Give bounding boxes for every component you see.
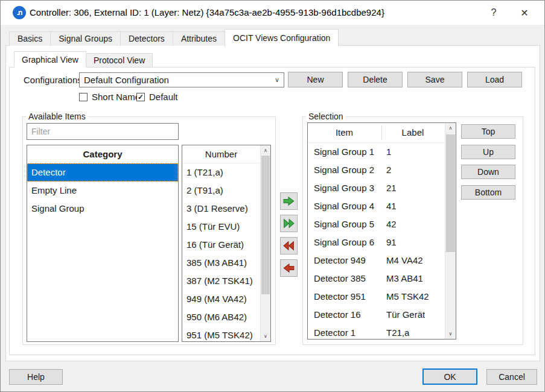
selection-item-cell: Detector 385 — [308, 270, 381, 288]
category-list-item[interactable]: Detector — [27, 163, 178, 182]
selection-scrollbar-thumb[interactable] — [446, 134, 455, 252]
help-button[interactable]: Help — [9, 369, 63, 385]
selection-item-cell: Detector 1 — [308, 324, 381, 340]
selection-table-row[interactable]: Signal Group 6 91 — [308, 233, 445, 251]
sort-ascending-icon: ∨ — [219, 145, 223, 145]
selection-item-cell: Signal Group 4 — [308, 197, 381, 215]
selection-table-row[interactable]: Detector 1 T21,a — [308, 324, 445, 340]
tab-detectors[interactable]: Detectors — [120, 31, 173, 46]
number-list-item[interactable]: 1 (T21,a) — [182, 163, 260, 182]
scroll-down-icon[interactable]: ∨ — [261, 331, 270, 341]
selection-item-cell: Signal Group 3 — [308, 179, 381, 197]
selection-group-title: Selection — [306, 112, 346, 121]
tab-graphical-view[interactable]: Graphical View — [14, 51, 86, 68]
top-button[interactable]: Top — [461, 124, 515, 139]
tab-protocol-view[interactable]: Protocol View — [86, 53, 153, 67]
selection-label-cell: T21,a — [381, 324, 409, 340]
number-list-item[interactable]: 2 (T91,a) — [182, 182, 260, 200]
number-list-item[interactable]: 950 (M6 AB42) — [182, 308, 260, 326]
save-button[interactable]: Save — [407, 72, 462, 87]
number-list-item[interactable]: 949 (M4 VA42) — [182, 290, 260, 308]
number-list-item[interactable]: 387 (M2 TSK41) — [182, 272, 260, 290]
selection-table-header: Item Label — [308, 123, 445, 143]
remove-button[interactable] — [280, 259, 298, 277]
number-list-item[interactable]: 3 (D1 Reserve) — [182, 200, 260, 218]
remove-all-button[interactable] — [280, 237, 298, 254]
selection-table-row[interactable]: Detector 16 Tür Gerät — [308, 306, 445, 324]
dialog-window: .n Controller: 306, External ID: 1 (Laye… — [0, 0, 545, 392]
load-button[interactable]: Load — [467, 72, 522, 87]
selection-table-row[interactable]: Detector 951 M5 TSK42 — [308, 288, 445, 306]
help-caption-button[interactable]: ? — [482, 1, 506, 25]
move-right-button[interactable] — [280, 192, 298, 210]
selection-table-row[interactable]: Signal Group 5 42 — [308, 215, 445, 233]
item-column-header[interactable]: Item — [308, 123, 381, 142]
number-list-item[interactable]: 16 (Tür Gerät) — [182, 236, 260, 254]
selection-table-row[interactable]: Signal Group 1 1 — [308, 143, 445, 161]
number-scrollbar-thumb[interactable] — [261, 156, 270, 294]
number-list-item[interactable]: 385 (M3 AB41) — [182, 254, 260, 272]
tab-attributes[interactable]: Attributes — [173, 31, 225, 46]
selection-table-row[interactable]: Signal Group 4 41 — [308, 197, 445, 215]
scroll-up-icon[interactable]: ∧ — [445, 123, 456, 133]
short-name-checkbox[interactable] — [79, 93, 88, 101]
selection-label-cell: M3 AB41 — [381, 270, 423, 288]
window-title: Controller: 306, External ID: 1 (Layer: … — [30, 1, 384, 25]
up-button[interactable]: Up — [461, 145, 515, 159]
available-items-group-title: Available Items — [26, 112, 88, 121]
selection-table-row[interactable]: Detector 949 M4 VA42 — [308, 251, 445, 270]
default-checkbox[interactable]: ✓ — [136, 93, 145, 101]
selection-item-cell: Detector 951 — [308, 288, 381, 306]
category-column-header[interactable]: Category — [27, 145, 178, 163]
selection-item-cell: Signal Group 1 — [308, 143, 381, 161]
selection-table-row[interactable]: Signal Group 3 21 — [308, 179, 445, 197]
selection-label-cell: 42 — [381, 215, 397, 233]
selection-label-cell: 41 — [381, 197, 397, 215]
number-list-scrollbar[interactable]: ∧ ∨ — [260, 145, 270, 341]
label-column-header[interactable]: Label — [381, 123, 445, 142]
double-left-arrow-icon — [282, 239, 295, 252]
selection-item-cell: Signal Group 6 — [308, 233, 381, 251]
selection-scrollbar[interactable]: ∧ ∨ — [445, 123, 456, 339]
category-list-item[interactable]: Empty Line — [27, 182, 178, 200]
number-list-item[interactable]: 15 (Tür EVU) — [182, 218, 260, 236]
selection-item-cell: Signal Group 2 — [308, 161, 381, 179]
selection-rows: Signal Group 1 1 Signal Group 2 2 Signal… — [308, 143, 445, 340]
title-bar: .n Controller: 306, External ID: 1 (Laye… — [1, 1, 544, 25]
new-button[interactable]: New — [288, 72, 343, 87]
selection-label-cell: 1 — [381, 143, 391, 161]
scroll-up-icon[interactable]: ∧ — [261, 145, 270, 156]
check-icon: ✓ — [138, 93, 144, 101]
scroll-down-icon[interactable]: ∨ — [445, 329, 456, 339]
short-name-checkbox-label: Short Name — [92, 92, 140, 102]
number-column-header[interactable]: ∨ Number — [182, 145, 260, 163]
filter-input[interactable] — [27, 123, 179, 140]
number-list[interactable]: ∨ Number 1 (T21,a) 2 (T91,a) 3 (D1 Reser… — [182, 145, 271, 342]
configurations-label: Configurations: — [24, 72, 84, 87]
move-all-right-button[interactable] — [280, 215, 298, 232]
category-list-item[interactable]: Signal Group — [27, 200, 178, 218]
ok-button[interactable]: OK — [422, 368, 477, 385]
selection-table-row[interactable]: Signal Group 2 2 — [308, 161, 445, 179]
down-button[interactable]: Down — [461, 165, 515, 179]
category-list[interactable]: Category Detector Empty Line Signal Grou… — [27, 145, 179, 342]
tab-basics[interactable]: Basics — [9, 31, 51, 46]
tab-ocit-views-configuration[interactable]: OCIT Views Configuration — [225, 29, 339, 46]
cancel-button[interactable]: Cancel — [486, 369, 537, 385]
selection-label-cell: M4 VA42 — [381, 251, 423, 270]
selection-table[interactable]: Item Label Signal Group 1 1 Signal Group… — [307, 122, 456, 340]
number-list-item[interactable]: 951 (M5 TSK42) — [182, 326, 260, 342]
selection-label-cell: 91 — [381, 233, 397, 251]
delete-button[interactable]: Delete — [348, 72, 403, 87]
default-checkbox-label: Default — [149, 92, 178, 102]
bottom-button[interactable]: Bottom — [461, 185, 515, 200]
chevron-down-icon: ∨ — [275, 73, 279, 87]
main-tab-strip: Basics Signal Groups Detectors Attribute… — [9, 29, 338, 46]
left-arrow-icon — [282, 262, 295, 274]
selection-label-cell: 2 — [381, 161, 391, 179]
tab-signal-groups[interactable]: Signal Groups — [50, 31, 121, 46]
column-divider — [381, 125, 382, 140]
close-icon[interactable]: ✕ — [512, 1, 537, 25]
selection-table-row[interactable]: Detector 385 M3 AB41 — [308, 270, 445, 288]
configuration-select[interactable]: Default Configuration ∨ — [79, 72, 284, 87]
